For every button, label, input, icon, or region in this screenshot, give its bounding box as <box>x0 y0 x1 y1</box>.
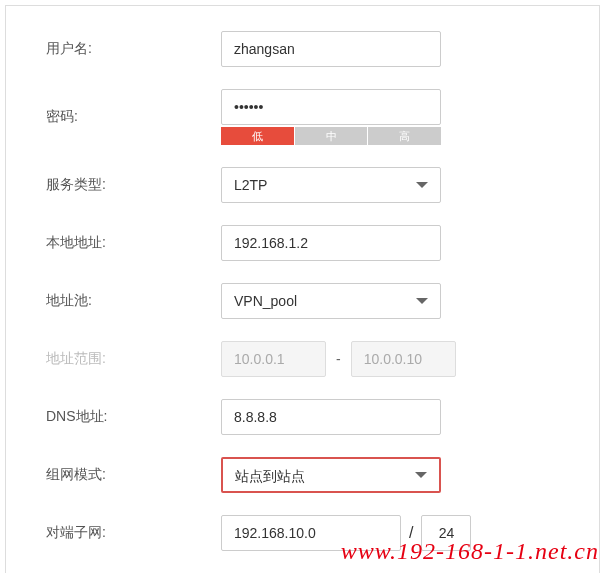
address-range-row: 地址范围: - <box>46 341 559 377</box>
vpn-config-form: 用户名: 密码: 低 中 高 服务类型: L2TP 本地地址: 地址池: <box>5 5 600 573</box>
address-pool-label: 地址池: <box>46 292 221 310</box>
password-strength-bar: 低 中 高 <box>221 127 441 145</box>
username-label: 用户名: <box>46 40 221 58</box>
local-address-input[interactable] <box>221 225 441 261</box>
password-row: 密码: 低 中 高 <box>46 89 559 145</box>
local-address-label: 本地地址: <box>46 234 221 252</box>
network-mode-select-wrapper: 站点到站点 <box>221 457 441 493</box>
dns-label: DNS地址: <box>46 408 221 426</box>
service-type-row: 服务类型: L2TP <box>46 167 559 203</box>
strength-low: 低 <box>221 127 295 145</box>
network-mode-select[interactable]: 站点到站点 <box>221 457 441 493</box>
address-range-label: 地址范围: <box>46 350 221 368</box>
watermark-text: www.192-168-1-1.net.cn <box>341 538 599 565</box>
service-type-value: L2TP <box>234 177 267 193</box>
address-pool-select-wrapper: VPN_pool <box>221 283 441 319</box>
caret-down-icon <box>416 298 428 304</box>
dns-input[interactable] <box>221 399 441 435</box>
caret-down-icon <box>415 472 427 478</box>
service-type-select[interactable]: L2TP <box>221 167 441 203</box>
peer-subnet-label: 对端子网: <box>46 524 221 542</box>
address-range-start-input <box>221 341 326 377</box>
address-range-group: - <box>221 341 456 377</box>
range-separator: - <box>336 351 341 367</box>
caret-down-icon <box>416 182 428 188</box>
address-pool-row: 地址池: VPN_pool <box>46 283 559 319</box>
strength-high: 高 <box>368 127 441 145</box>
password-label: 密码: <box>46 108 221 126</box>
password-input[interactable] <box>221 89 441 125</box>
address-pool-value: VPN_pool <box>234 293 297 309</box>
dns-row: DNS地址: <box>46 399 559 435</box>
service-type-label: 服务类型: <box>46 176 221 194</box>
network-mode-label: 组网模式: <box>46 466 221 484</box>
strength-mid: 中 <box>295 127 369 145</box>
username-input[interactable] <box>221 31 441 67</box>
network-mode-value: 站点到站点 <box>235 468 305 484</box>
username-row: 用户名: <box>46 31 559 67</box>
address-range-end-input <box>351 341 456 377</box>
network-mode-row: 组网模式: 站点到站点 <box>46 457 559 493</box>
password-wrapper: 低 中 高 <box>221 89 441 145</box>
address-pool-select[interactable]: VPN_pool <box>221 283 441 319</box>
service-type-select-wrapper: L2TP <box>221 167 441 203</box>
local-address-row: 本地地址: <box>46 225 559 261</box>
